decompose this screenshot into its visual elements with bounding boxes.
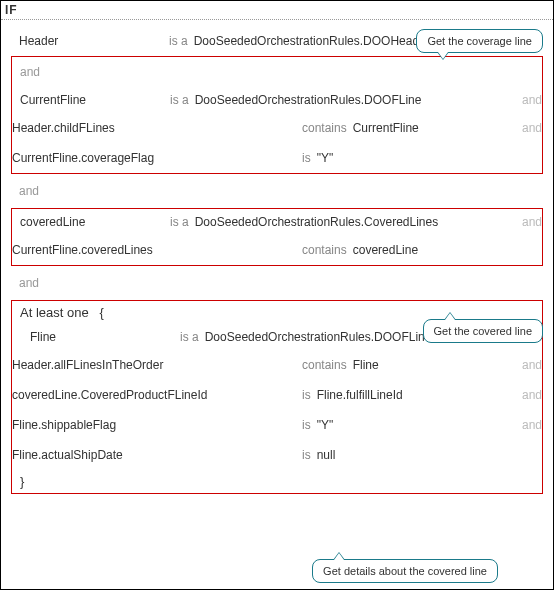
attr-op: is — [302, 418, 317, 432]
attr-name: CurrentFline.coveredLines — [12, 243, 302, 257]
attr-val: coveredLine — [353, 243, 502, 257]
callout-text: Get the coverage line — [427, 35, 532, 47]
attribute-row: CurrentFline.coverageFlag is "Y" — [12, 143, 542, 173]
callout-covered-line-details: Get details about the covered line — [312, 559, 498, 583]
subject: coveredLine — [20, 215, 170, 229]
attr-val: "Y" — [317, 418, 502, 432]
trail-and: and — [512, 93, 542, 107]
trail-and: and — [512, 215, 542, 229]
attr-val: CurrentFline — [353, 121, 502, 135]
at-least-one-close: } — [12, 470, 542, 493]
if-header: IF — [1, 1, 553, 20]
brace: { — [100, 305, 104, 320]
attr-val: Fline — [353, 358, 502, 372]
attr-op: contains — [302, 358, 353, 372]
callout-covered-line: Get the covered line — [423, 319, 543, 343]
and-connector: and — [12, 57, 542, 87]
attr-op: is — [302, 448, 317, 462]
declaration-row: CurrentFline is a DooSeededOrchestration… — [12, 87, 542, 113]
attr-name: Header.allFLinesInTheOrder — [12, 358, 302, 372]
operator: is a — [170, 93, 195, 107]
block-covered-line: coveredLine is a DooSeededOrchestrationR… — [11, 208, 543, 266]
callout-text: Get the covered line — [434, 325, 532, 337]
rule-container: IF Header is a DooSeededOrchestrationRul… — [0, 0, 554, 590]
attr-val: Fline.fulfillLineId — [317, 388, 502, 402]
attribute-row: Fline.shippableFlag is "Y" and — [12, 410, 542, 440]
attr-op: contains — [302, 121, 353, 135]
attr-name: Fline.shippableFlag — [12, 418, 302, 432]
subject: Header — [19, 34, 169, 48]
subject: Fline — [30, 330, 180, 344]
and-connector: and — [11, 176, 543, 206]
prefix: At least one — [20, 305, 89, 320]
and-connector: and — [11, 268, 543, 298]
attr-val: null — [317, 448, 502, 462]
attr-op: contains — [302, 243, 353, 257]
attribute-row: Header.childFLines contains CurrentFline… — [12, 113, 542, 143]
trail-and: and — [502, 358, 542, 372]
rule-content: Header is a DooSeededOrchestrationRules.… — [1, 20, 553, 506]
attr-val: "Y" — [317, 151, 502, 165]
operator: is a — [169, 34, 194, 48]
block-coverage-line: and CurrentFline is a DooSeededOrchestra… — [11, 56, 543, 174]
attr-name: Fline.actualShipDate — [12, 448, 302, 462]
attribute-row: Fline.actualShipDate is null — [12, 440, 542, 470]
brace: } — [20, 474, 24, 489]
attr-op: is — [302, 388, 317, 402]
value: DooSeededOrchestrationRules.DOOFLine — [195, 93, 512, 107]
attr-name: CurrentFline.coverageFlag — [12, 151, 302, 165]
operator: is a — [180, 330, 205, 344]
trail-and: and — [502, 388, 542, 402]
value: DooSeededOrchestrationRules.CoveredLines — [195, 215, 512, 229]
attr-name: Header.childFLines — [12, 121, 302, 135]
callout-text: Get details about the covered line — [323, 565, 487, 577]
attr-op: is — [302, 151, 317, 165]
attribute-row: CurrentFline.coveredLines contains cover… — [12, 235, 542, 265]
trail-and: and — [502, 121, 542, 135]
attribute-row: coveredLine.CoveredProductFLineId is Fli… — [12, 380, 542, 410]
declaration-row: coveredLine is a DooSeededOrchestrationR… — [12, 209, 542, 235]
callout-coverage-line: Get the coverage line — [416, 29, 543, 53]
if-label: IF — [5, 3, 18, 17]
attr-name: coveredLine.CoveredProductFLineId — [12, 388, 302, 402]
attribute-row: Header.allFLinesInTheOrder contains Flin… — [12, 350, 542, 380]
trail-and: and — [502, 418, 542, 432]
operator: is a — [170, 215, 195, 229]
subject: CurrentFline — [20, 93, 170, 107]
